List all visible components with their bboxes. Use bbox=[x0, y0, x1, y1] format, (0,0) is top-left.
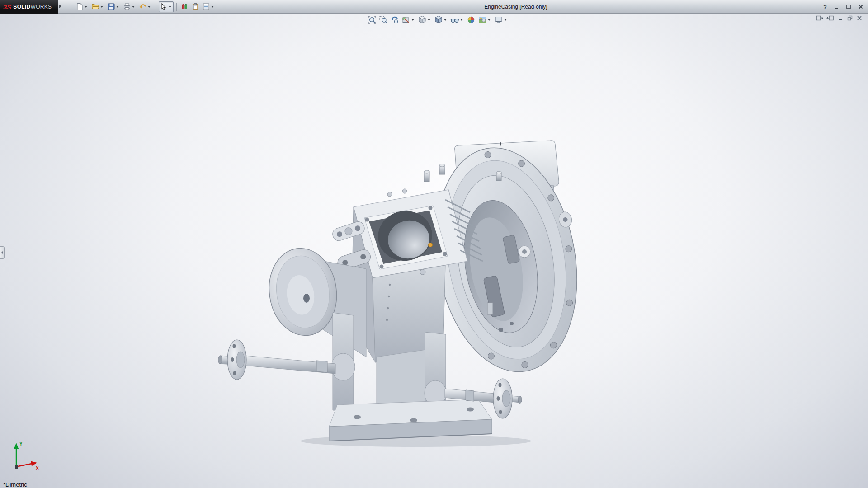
triad-y-arrow-icon bbox=[14, 443, 19, 449]
hide-show-items-button[interactable] bbox=[450, 15, 465, 25]
engine-casing-model[interactable] bbox=[0, 14, 868, 488]
flange-hole bbox=[233, 371, 236, 375]
section-view-dropdown-icon[interactable] bbox=[411, 19, 414, 21]
view-orientation-dropdown-icon[interactable] bbox=[428, 19, 430, 21]
save-icon bbox=[107, 3, 115, 11]
display-style-button[interactable] bbox=[434, 15, 448, 25]
flange-hole bbox=[497, 396, 500, 401]
triad-y-label: Y bbox=[19, 441, 23, 446]
options-dropdown-icon[interactable] bbox=[211, 6, 214, 8]
section-view-button[interactable] bbox=[401, 15, 416, 25]
new-dropdown-icon[interactable] bbox=[85, 6, 87, 8]
display-style-dropdown-icon[interactable] bbox=[444, 19, 447, 21]
paste-clipboard-button[interactable] bbox=[190, 1, 200, 12]
view-orientation-icon bbox=[418, 15, 427, 24]
select-button[interactable] bbox=[159, 1, 174, 12]
selection-filter-button[interactable] bbox=[179, 1, 189, 12]
hide-show-items-icon bbox=[450, 15, 459, 24]
graphics-viewport[interactable]: Y X *Dimetric bbox=[0, 14, 868, 488]
pane-left-icon[interactable] bbox=[816, 15, 823, 21]
triad-origin bbox=[15, 465, 18, 469]
view-settings-icon bbox=[494, 15, 503, 24]
heads-up-view-toolbar bbox=[367, 15, 509, 25]
previous-view-icon bbox=[390, 15, 399, 24]
options-sheet-icon bbox=[202, 3, 210, 11]
hide-show-dropdown-icon[interactable] bbox=[460, 19, 463, 21]
zoom-to-area-button[interactable] bbox=[378, 15, 388, 25]
close-icon[interactable] bbox=[856, 15, 863, 21]
flange-hub bbox=[236, 352, 245, 368]
section-view-icon bbox=[401, 15, 410, 24]
boss bbox=[420, 269, 425, 275]
flange-hub bbox=[502, 390, 510, 407]
print-dropdown-icon[interactable] bbox=[132, 6, 135, 8]
edit-appearance-icon bbox=[467, 15, 476, 24]
face-dot bbox=[386, 319, 388, 321]
triad-x-axis bbox=[18, 464, 32, 466]
apply-scene-button[interactable] bbox=[477, 15, 492, 25]
select-dropdown-icon[interactable] bbox=[169, 6, 171, 8]
open-dropdown-icon[interactable] bbox=[100, 6, 103, 8]
top-stud bbox=[387, 192, 392, 197]
model-left-shaft[interactable] bbox=[218, 340, 336, 380]
flange-hole bbox=[231, 357, 234, 362]
face-dot bbox=[389, 284, 391, 286]
bore-corner-hole bbox=[443, 252, 447, 256]
edit-appearance-button[interactable] bbox=[466, 15, 476, 25]
maximize-button[interactable] bbox=[846, 4, 851, 9]
save-dropdown-icon[interactable] bbox=[116, 6, 119, 8]
solidworks-logo-text: SOLID bbox=[13, 4, 30, 10]
minimize-button[interactable] bbox=[834, 4, 839, 9]
previous-view-button[interactable] bbox=[390, 15, 400, 25]
flange-hole bbox=[233, 344, 236, 348]
undo-dropdown-icon[interactable] bbox=[148, 6, 151, 8]
print-button[interactable] bbox=[122, 1, 137, 12]
base-hole bbox=[354, 415, 361, 419]
orange-marker bbox=[429, 243, 433, 247]
apply-scene-dropdown-icon[interactable] bbox=[488, 19, 491, 21]
options-sheet-button[interactable] bbox=[201, 1, 216, 12]
cavity-hub-hole bbox=[522, 249, 527, 254]
close-button[interactable] bbox=[858, 4, 863, 9]
toolbar-separator bbox=[156, 3, 156, 11]
solidworks-logo-text-light: WORKS bbox=[31, 4, 52, 10]
open-icon bbox=[91, 3, 99, 11]
window-controls: ? bbox=[823, 0, 863, 14]
face-dot bbox=[387, 307, 389, 309]
apply-scene-icon bbox=[478, 15, 487, 24]
view-settings-button[interactable] bbox=[494, 15, 509, 25]
paste-clipboard-icon bbox=[191, 3, 199, 11]
base-hole bbox=[467, 408, 474, 412]
menu-expand-icon[interactable] bbox=[59, 4, 61, 9]
toolbar-separator bbox=[176, 3, 177, 11]
cavity-hole bbox=[510, 322, 514, 325]
document-window-controls bbox=[816, 15, 863, 21]
save-button[interactable] bbox=[106, 1, 121, 12]
view-settings-dropdown-icon[interactable] bbox=[504, 19, 507, 21]
view-orientation-button[interactable] bbox=[417, 15, 432, 25]
flange-hole bbox=[499, 383, 502, 387]
undo-button[interactable] bbox=[138, 1, 153, 12]
bore-corner-hole bbox=[365, 218, 369, 222]
titlebar: 3S SOLID WORKS bbox=[0, 0, 868, 14]
restore-icon[interactable] bbox=[847, 15, 853, 21]
open-button[interactable] bbox=[90, 1, 105, 12]
cavity-bolt bbox=[487, 303, 493, 314]
view-orientation-label: *Dimetric bbox=[3, 481, 27, 488]
help-button[interactable]: ? bbox=[823, 4, 827, 10]
model-right-support[interactable] bbox=[425, 332, 446, 411]
orientation-triad: Y X bbox=[7, 439, 43, 474]
solidworks-logo-mark-icon: 3S bbox=[3, 3, 11, 11]
zoom-to-fit-button[interactable] bbox=[367, 15, 377, 25]
document-title: EngineCasing [Read-only] bbox=[484, 0, 547, 14]
minimize-icon[interactable] bbox=[837, 15, 844, 21]
pane-right-icon[interactable] bbox=[826, 15, 834, 21]
model-base-plate[interactable] bbox=[329, 399, 492, 441]
new-document-button[interactable] bbox=[75, 1, 90, 12]
cavity-hole bbox=[499, 328, 503, 332]
bore-corner-hole bbox=[429, 206, 433, 210]
face-dot bbox=[388, 296, 390, 297]
zoom-to-area-icon bbox=[379, 15, 388, 24]
flange-hole bbox=[499, 410, 502, 414]
model-left-support[interactable] bbox=[331, 313, 355, 410]
